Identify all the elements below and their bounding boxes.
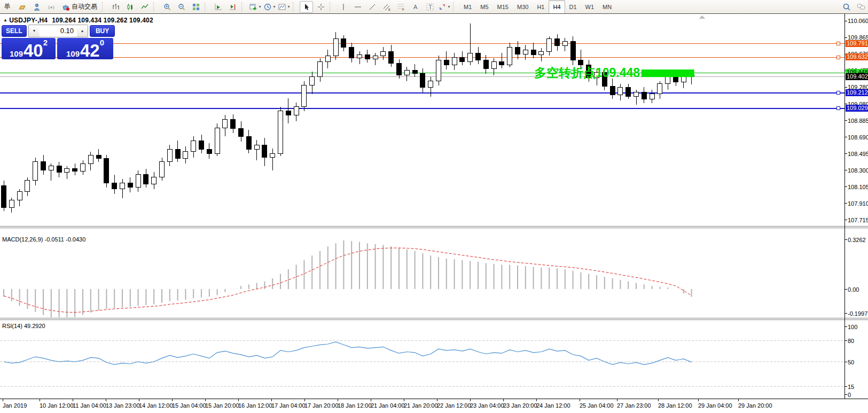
price-scale-tick: 108.300 bbox=[848, 167, 868, 174]
sell-price-display[interactable]: 109402 bbox=[2, 38, 56, 59]
auto-trading-label: 自动交易 bbox=[72, 2, 97, 11]
volume-decrease-button[interactable]: ▾ bbox=[29, 25, 40, 37]
buy-price-display[interactable]: 109420 bbox=[57, 38, 113, 59]
timeframe-w1-button[interactable]: W1 bbox=[581, 0, 599, 14]
price-scale-tick: 107.910 bbox=[848, 200, 868, 207]
chat-icon bbox=[857, 3, 865, 11]
chart-canvas[interactable]: 多空转折点109.448 bbox=[0, 14, 868, 413]
sell-button[interactable]: SELL bbox=[2, 25, 27, 37]
auto-trading-button[interactable]: 自动交易 bbox=[59, 1, 100, 13]
volume-input[interactable] bbox=[40, 25, 77, 37]
timeframe-h4-button[interactable]: H4 bbox=[549, 0, 565, 14]
toolbar-separator bbox=[153, 2, 158, 12]
signal-button[interactable] bbox=[44, 1, 58, 13]
buy-price-prefix: 109 bbox=[66, 50, 80, 58]
zoom-out-button[interactable] bbox=[175, 1, 188, 13]
volume-stepper: ▾ ▴ bbox=[28, 25, 88, 37]
timeframe-m30-button[interactable]: M30 bbox=[513, 0, 533, 14]
buy-price-sup: 0 bbox=[100, 38, 104, 46]
time-axis-label: 16 Jan 12:00 bbox=[238, 402, 272, 409]
buy-button[interactable]: BUY bbox=[90, 25, 115, 37]
cursor-icon bbox=[302, 3, 311, 11]
candlestick-chart-button[interactable] bbox=[123, 1, 137, 13]
toolbar-separator bbox=[205, 2, 209, 12]
time-axis-label: 23 Jan 20:00 bbox=[503, 402, 537, 409]
text-label-button[interactable]: T bbox=[423, 1, 436, 13]
time-axis-label: 22 Jan 12:00 bbox=[437, 402, 471, 409]
rsi-scale-tick: 15 bbox=[848, 384, 854, 390]
price-scale-tick: 107.715 bbox=[848, 217, 868, 223]
arrows-menu-button[interactable]: ▾ bbox=[437, 1, 451, 13]
candlestick-chart-icon bbox=[126, 3, 135, 11]
text-button[interactable]: A bbox=[409, 1, 422, 13]
price-line-label: 109.632 bbox=[846, 53, 868, 60]
crosshair-button[interactable] bbox=[314, 1, 327, 13]
svg-text:E: E bbox=[388, 8, 390, 11]
time-axis-label: 28 Jan 12:00 bbox=[658, 402, 692, 409]
zoom-in-button[interactable] bbox=[160, 1, 174, 13]
profile-button[interactable] bbox=[30, 1, 43, 13]
time-axis-label: 18 Jan 12:00 bbox=[338, 402, 372, 409]
timeframe-m1-button[interactable]: M1 bbox=[459, 0, 476, 14]
search-button[interactable] bbox=[840, 1, 853, 13]
auto-scroll-icon bbox=[214, 3, 223, 11]
timeframe-m5-button[interactable]: M5 bbox=[476, 0, 492, 14]
price-line-label: 109.402 bbox=[846, 73, 868, 80]
symbol-quote-line: ▲USDJPY-,H4109.264 109.434 109.262 109.4… bbox=[3, 17, 153, 24]
fibonacci-button[interactable]: F bbox=[394, 1, 408, 13]
auto-scroll-button[interactable] bbox=[212, 1, 225, 13]
macd-pane bbox=[4, 240, 692, 317]
timeframe-mn-button[interactable]: MN bbox=[598, 0, 616, 14]
toolbar-separator bbox=[293, 2, 298, 12]
tile-windows-icon bbox=[192, 3, 200, 11]
time-axis-label: 21 Jan 04:00 bbox=[371, 402, 405, 409]
price-scale-tick: 110.060 bbox=[848, 18, 868, 24]
periods-menu-button[interactable]: ▾ bbox=[263, 1, 276, 13]
horizontal-line-button[interactable] bbox=[351, 1, 364, 13]
rsi-indicator-label: RSI(14) 49.2920 bbox=[2, 323, 45, 329]
bar-chart-button[interactable] bbox=[109, 1, 122, 13]
text-icon: A bbox=[411, 3, 420, 11]
rsi-pane bbox=[0, 340, 844, 386]
highlight-zone[interactable] bbox=[642, 69, 694, 77]
equidistant-channel-button[interactable]: E bbox=[380, 1, 393, 13]
zoom-out-icon bbox=[177, 3, 186, 11]
timeframe-m15-button[interactable]: M15 bbox=[493, 0, 513, 14]
rsi-scale-tick: 80 bbox=[848, 338, 854, 344]
gold-ingot-button[interactable] bbox=[15, 1, 29, 13]
time-axis-label: 27 Jan 23:00 bbox=[617, 402, 651, 409]
buy-price-main: 42 bbox=[80, 43, 100, 58]
new-chart-menu-icon bbox=[249, 3, 257, 11]
svg-text:T: T bbox=[428, 4, 432, 10]
chat-button[interactable] bbox=[854, 1, 867, 13]
rsi-scale-tick: 50 bbox=[848, 359, 854, 365]
tile-windows-button[interactable] bbox=[189, 1, 202, 13]
volume-increase-button[interactable]: ▴ bbox=[77, 25, 88, 37]
trendline-button[interactable] bbox=[365, 1, 379, 13]
svg-text:A: A bbox=[413, 4, 418, 10]
svg-text:F: F bbox=[402, 8, 404, 11]
templates-menu-icon bbox=[278, 3, 286, 11]
chart-shift-button[interactable] bbox=[226, 1, 239, 13]
vertical-line-icon bbox=[339, 3, 348, 11]
new-chart-menu-button[interactable]: ▾ bbox=[248, 1, 262, 13]
time-axis-label: 29 Jan 04:00 bbox=[698, 402, 732, 409]
collapse-icon[interactable]: ▲ bbox=[3, 18, 7, 22]
cursor-button[interactable] bbox=[300, 1, 313, 13]
price-line-label: 109.212 bbox=[846, 89, 868, 96]
sell-price-main: 40 bbox=[24, 43, 43, 58]
toolbar-separator bbox=[102, 2, 107, 12]
search-icon bbox=[842, 3, 851, 11]
timeframe-d1-button[interactable]: D1 bbox=[565, 0, 581, 14]
templates-menu-button[interactable]: ▾ bbox=[277, 1, 291, 13]
turning-point-annotation[interactable]: 多空转折点109.448 bbox=[534, 66, 640, 80]
time-axis-label: 11 Jan 04:00 bbox=[73, 402, 106, 409]
zoom-in-icon bbox=[163, 3, 171, 11]
toolbar-separator bbox=[453, 2, 458, 12]
trendline-icon bbox=[368, 3, 377, 11]
timeframe-h1-button[interactable]: H1 bbox=[533, 0, 549, 14]
line-chart-button[interactable] bbox=[138, 1, 151, 13]
macd-indicator-label: MACD(12,26,9) -0.0511 -0.0430 bbox=[2, 236, 85, 243]
new-order-button[interactable]: 单 bbox=[1, 1, 14, 13]
vertical-line-button[interactable] bbox=[337, 1, 350, 13]
